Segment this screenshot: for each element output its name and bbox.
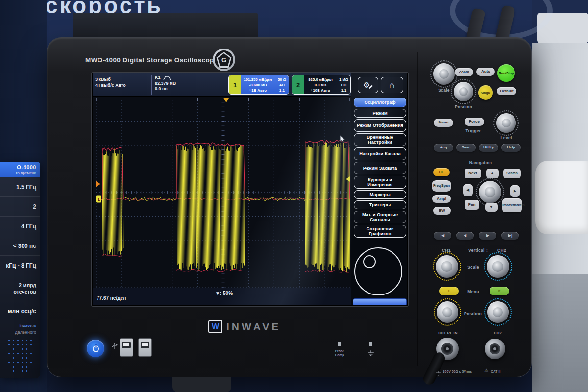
- jog-wheel-graphic[interactable]: [354, 247, 402, 295]
- nav-select-knob[interactable]: [479, 181, 501, 203]
- usb-port[interactable]: [138, 338, 152, 357]
- ch2-position-knob[interactable]: [487, 301, 509, 323]
- utility-button[interactable]: Utility: [479, 144, 498, 152]
- bw-button[interactable]: BW: [433, 207, 451, 215]
- usb-port[interactable]: [120, 338, 133, 357]
- horizontal-position-knob[interactable]: [454, 82, 473, 101]
- auto-button[interactable]: Auto: [476, 68, 495, 76]
- ground-symbol-icon: [368, 349, 374, 358]
- menu-item[interactable]: Курсоры и Измерения: [354, 176, 406, 189]
- menu-item[interactable]: Мат. и Опорные Сигналы: [354, 211, 406, 223]
- usb-icon: [112, 343, 118, 352]
- k1-measurement: K1 82.379 мВ 0.0 нс: [155, 75, 176, 92]
- single-button[interactable]: Single: [478, 85, 493, 100]
- probe-cable: [421, 350, 447, 386]
- menu-item[interactable]: Режим Отображения: [354, 119, 406, 132]
- spec-row: < 300 пс: [0, 236, 40, 256]
- trigger-level-label: Level: [496, 135, 516, 140]
- spec-row: млн осц/с: [0, 301, 40, 320]
- help-button[interactable]: Help: [501, 144, 521, 152]
- vertical-scale-label: Scale: [461, 265, 486, 270]
- vertical-menu-label: Menu: [462, 289, 485, 294]
- cat-rating-text: CAT II: [491, 370, 501, 373]
- panel-seam: [417, 52, 418, 366]
- default-button[interactable]: Default: [497, 87, 516, 95]
- menu-item-selected[interactable]: Осциллограф: [354, 98, 406, 107]
- menu-item[interactable]: Маркеры: [354, 190, 406, 199]
- ch1-scale-knob[interactable]: [436, 255, 458, 278]
- divider: [151, 75, 152, 95]
- ch1-menu-button[interactable]: 1: [439, 287, 459, 295]
- acquisition-info: 3 кВыб 4 Гвыб/с Авто: [95, 77, 126, 88]
- nav-up-button[interactable]: ▲: [486, 169, 499, 178]
- ampl-button[interactable]: Ampl: [432, 195, 451, 203]
- bottom-status-bar: 77.67 нс/дел ▼: 50%: [93, 288, 351, 306]
- spec-row: 2: [0, 197, 40, 217]
- menu-item[interactable]: Режим Захвата: [354, 162, 406, 174]
- sign-site: inwave.ru: [0, 320, 40, 329]
- home-button[interactable]: ⌂: [381, 77, 403, 93]
- save-button[interactable]: Save: [456, 144, 476, 152]
- probe-comp-terminal[interactable]: [338, 342, 341, 346]
- ch2-scale-knob[interactable]: [487, 255, 509, 278]
- nav-last-button[interactable]: ▶|: [501, 232, 519, 240]
- ch2-bnc-connector[interactable]: [485, 339, 505, 359]
- nav-first-button[interactable]: |◀: [434, 232, 451, 240]
- nav-right-button[interactable]: ▶: [510, 185, 520, 197]
- trigger-force-button[interactable]: Force: [465, 118, 484, 126]
- freq-span-button[interactable]: Freq/Span: [432, 180, 451, 192]
- nav-search-button[interactable]: Search: [503, 169, 521, 178]
- menu-item[interactable]: Сохранение Графиков: [354, 225, 406, 238]
- navigation-label: Navigation: [461, 160, 500, 165]
- scope-stand: [172, 377, 231, 392]
- menu-item[interactable]: Триггеры: [354, 200, 406, 209]
- pulse-icon: [163, 75, 171, 80]
- ch1-input-label: CH1 RF IN: [432, 331, 464, 335]
- trigger-menu-button[interactable]: Menu: [434, 119, 453, 127]
- brand-badge-icon: G: [213, 49, 235, 71]
- ch2-menu-button[interactable]: 2: [490, 287, 509, 295]
- spec-row: 4 ГГц: [0, 217, 40, 236]
- trigger-level-knob[interactable]: [496, 113, 516, 133]
- home-icon: ⌂: [389, 80, 394, 91]
- power-icon: [92, 344, 100, 353]
- right-machine-base: [532, 274, 588, 392]
- brand-logo-text: INWAVE: [226, 321, 281, 333]
- lcd-screen[interactable]: 3 кВыб 4 Гвыб/с Авто K1 82.379 мВ 0.0 нс…: [92, 73, 408, 306]
- ground-terminal[interactable]: [369, 342, 372, 346]
- nav-cursors-markers-button[interactable]: Cursors/Markers: [502, 198, 522, 212]
- brand-logo-icon: W: [208, 320, 222, 333]
- run-stop-button[interactable]: Run/Stop: [497, 64, 515, 82]
- acq-button[interactable]: Acq: [434, 144, 453, 152]
- spec-row: 2 млрд отсчетов: [0, 275, 40, 301]
- nav-prev-button[interactable]: ◀: [456, 232, 474, 240]
- spec-row: 1.5 ГГц: [0, 177, 40, 197]
- ground-icon: [435, 369, 441, 378]
- rf-button[interactable]: RF: [433, 168, 450, 176]
- horizontal-scale-knob[interactable]: [433, 63, 455, 85]
- sign-fragment: даленного: [0, 329, 40, 336]
- channel2-badge[interactable]: 2 925.0 мВ/дел 0.0 мВ ≈10В Авто 1 МΩ DC …: [292, 75, 351, 95]
- oscilloscope: MWO-4000 Digital Storage Oscilloscope G …: [47, 37, 532, 377]
- spec-row: кГц - 8 ГГц: [0, 256, 40, 275]
- nav-left-button[interactable]: ◀: [463, 184, 473, 196]
- horizontal-position-label: Position: [452, 104, 475, 109]
- menu-item[interactable]: Режим: [354, 109, 406, 118]
- waveform-graticule[interactable]: 1: [96, 98, 350, 288]
- trigger-position-readout: ▼: 50%: [215, 291, 233, 296]
- nav-down-button[interactable]: ▼: [485, 203, 498, 212]
- menu-item[interactable]: Настройки Канала: [354, 147, 406, 160]
- power-button[interactable]: [87, 340, 104, 357]
- menu-item[interactable]: Временные Настройки: [354, 133, 406, 146]
- svg-text:1: 1: [98, 197, 100, 202]
- settings-button[interactable]: ⚙: [358, 77, 378, 93]
- ch1-position-knob[interactable]: [437, 301, 458, 323]
- expo-photo: скорость О-4000 го времени 1.5 ГГц 2 4 Г…: [0, 0, 588, 392]
- nav-pan-button[interactable]: Pan: [465, 200, 479, 210]
- nav-play-button[interactable]: ▶: [479, 232, 496, 240]
- zoom-button[interactable]: Zoom: [455, 68, 473, 76]
- menu-footer-button[interactable]: [353, 298, 407, 306]
- nav-next-button[interactable]: Next: [465, 169, 481, 178]
- channel1-badge[interactable]: 1 101.355 мВ/дел -8.608 мВ ≈1В Авто 50 Ω…: [228, 75, 289, 95]
- warning-icon: ⚠: [484, 368, 488, 373]
